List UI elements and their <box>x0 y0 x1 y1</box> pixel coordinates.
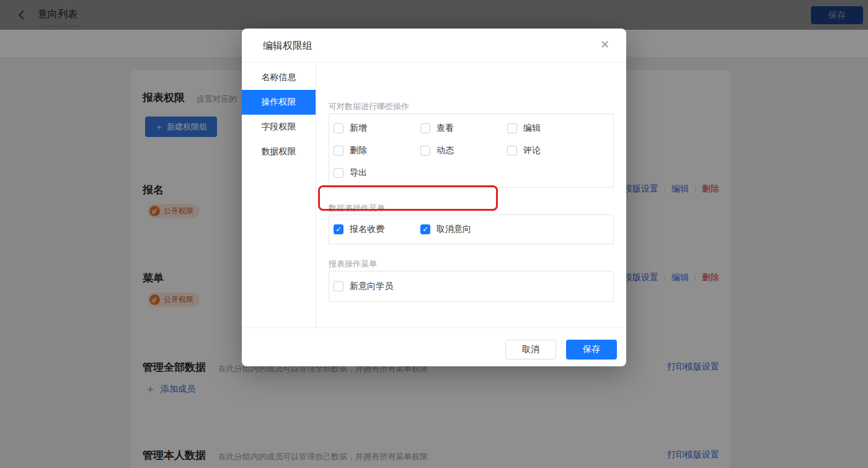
checkbox-item[interactable]: 查看 <box>420 117 507 139</box>
checkbox-item[interactable]: 动态 <box>420 139 507 162</box>
checkbox-item[interactable]: 取消意向 <box>420 218 507 241</box>
checkbox-item[interactable]: 新意向学员 <box>334 275 420 298</box>
checkbox-item[interactable]: 新增 <box>334 117 420 139</box>
dialog-content: 可对数据进行哪些操作 新增 查看 编辑 删除 <box>329 63 614 327</box>
tab-name-info[interactable]: 名称信息 <box>242 65 316 90</box>
checkbox[interactable] <box>334 146 343 156</box>
dialog-header: 编辑权限组 ✕ <box>242 29 626 63</box>
checkbox-item[interactable]: 删除 <box>334 139 420 162</box>
report-menu-section-label: 报表操作菜单 <box>329 258 377 270</box>
checkbox-item[interactable]: 导出 <box>334 162 420 184</box>
checkbox-checked[interactable] <box>420 224 430 234</box>
table-menu-checkbox-group: 报名收费 取消意向 <box>329 214 614 244</box>
checkbox-item[interactable]: 报名收费 <box>334 218 420 241</box>
tab-field-perm[interactable]: 字段权限 <box>242 115 316 139</box>
checkbox[interactable] <box>507 123 517 133</box>
cancel-button[interactable]: 取消 <box>505 340 556 360</box>
report-menu-checkbox-group: 新意向学员 <box>329 271 614 302</box>
checkbox[interactable] <box>420 123 430 133</box>
tab-data-perm[interactable]: 数据权限 <box>242 139 316 164</box>
close-icon[interactable]: ✕ <box>600 39 609 50</box>
edit-perm-group-dialog: 编辑权限组 ✕ 名称信息 操作权限 字段权限 数据权限 可对数据进行哪些操作 新… <box>242 29 626 366</box>
screen: 意向列表 保存 ✕ 报表权限 设置对应的「 ＋ 新建权限组 报名 公开权限 打印 <box>0 0 868 468</box>
table-menu-section-label: 数据表操作菜单 <box>329 203 385 214</box>
op-checkbox-group: 新增 查看 编辑 删除 动态 <box>329 113 614 188</box>
checkbox[interactable] <box>334 123 343 133</box>
checkbox-checked[interactable] <box>334 224 343 234</box>
topbar-overlay <box>0 0 868 30</box>
checkbox[interactable] <box>420 146 430 156</box>
checkbox-item[interactable]: 编辑 <box>507 117 613 139</box>
checkbox[interactable] <box>334 281 343 291</box>
checkbox[interactable] <box>507 146 517 156</box>
footer-divider <box>242 327 626 328</box>
save-button[interactable]: 保存 <box>566 340 617 360</box>
dialog-tabs: 名称信息 操作权限 字段权限 数据权限 <box>242 63 316 327</box>
checkbox-item[interactable]: 评论 <box>507 139 613 162</box>
op-section-label: 可对数据进行哪些操作 <box>329 101 409 112</box>
dialog-title: 编辑权限组 <box>263 29 312 63</box>
tab-operation-perm[interactable]: 操作权限 <box>242 90 316 115</box>
checkbox[interactable] <box>334 168 343 178</box>
